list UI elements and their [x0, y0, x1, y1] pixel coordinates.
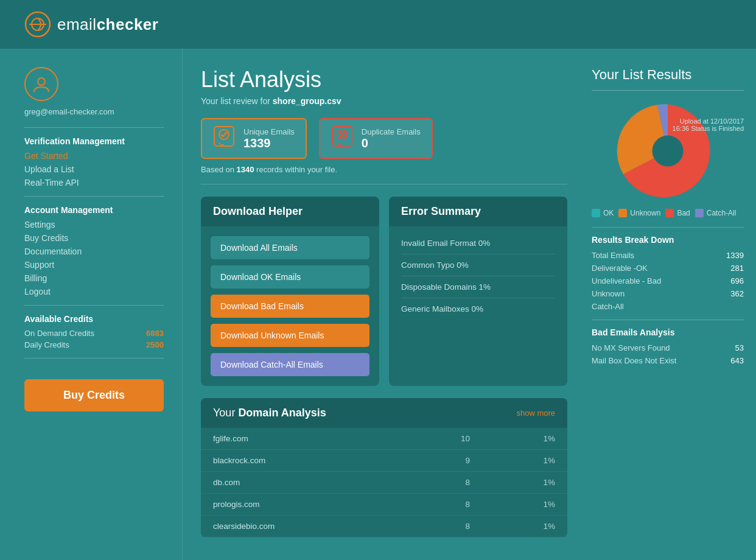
sidebar-item-documentation[interactable]: Documentation — [24, 247, 164, 256]
domain-row-1: blackrock.com91% — [201, 450, 567, 472]
divider-2 — [24, 196, 164, 197]
domain-name: db.com — [201, 472, 403, 494]
domain-percent: 1% — [482, 428, 567, 450]
domain-percent: 1% — [482, 472, 567, 494]
bad-row-0: No MX Servers Found53 — [592, 343, 744, 352]
bad-analysis-rows: No MX Servers Found53Mail Box Does Not E… — [592, 343, 744, 365]
error-icon — [331, 125, 353, 152]
svg-point-10 — [653, 136, 684, 167]
results-title: Your List Results — [592, 67, 744, 91]
subtitle-prefix: Your list review for — [201, 96, 273, 106]
catchall-dot — [695, 209, 704, 217]
breakdown-value: 362 — [730, 289, 744, 298]
breakdown-row-4: Catch-All — [592, 302, 744, 311]
logo-text: emailchecker — [57, 15, 158, 34]
daily-value: 2500 — [146, 340, 164, 349]
unique-emails-info: Unique Emails 1339 — [243, 127, 295, 150]
domain-header: Your Domain Analysis show more — [201, 398, 567, 428]
verification-section-title: Verification Management — [24, 136, 164, 146]
unique-emails-box: Unique Emails 1339 — [201, 118, 307, 159]
bad-row-1: Mail Box Does Not Exist643 — [592, 356, 744, 365]
unknown-dot — [618, 209, 627, 217]
buy-credits-button[interactable]: Buy Credits — [24, 379, 164, 411]
upload-status: 16:36 Status is Finished — [673, 125, 744, 132]
sidebar-item-realtime-api[interactable]: Real-Time API — [24, 178, 164, 187]
page-title: List Analysis — [201, 67, 567, 93]
sidebar-item-buy-credits[interactable]: Buy Credits — [24, 233, 164, 243]
upload-date: Upload at 12/10/2017 — [673, 117, 744, 125]
sidebar-item-get-started[interactable]: Get Started — [24, 151, 164, 161]
right-panel: Your List Results Upload at 12/10/2017 1… — [586, 49, 756, 560]
records-info: Based on 1340 records within your file. — [201, 165, 567, 184]
domain-count: 8 — [403, 516, 481, 537]
svg-point-3 — [38, 78, 45, 85]
credits-section: On Demand Credits 6883 Daily Credits 250… — [24, 329, 164, 349]
breakdown-label: Total Emails — [592, 251, 634, 260]
divider-4 — [24, 358, 164, 359]
daily-label: Daily Credits — [24, 340, 69, 349]
user-icon — [32, 75, 51, 93]
sidebar-item-support[interactable]: Support — [24, 260, 164, 270]
domain-count: 8 — [403, 472, 481, 494]
domain-title: Your Domain Analysis — [213, 407, 326, 419]
bad-analysis-title: Bad Emails Analysis — [592, 320, 744, 337]
breakdown-value: 281 — [730, 264, 744, 273]
legend: OK Unknown Bad Catch-All — [592, 209, 744, 217]
download-bad-btn[interactable]: Download Bad Emails — [211, 295, 369, 318]
legend-unknown-label: Unknown — [630, 209, 660, 217]
unique-emails-label: Unique Emails — [243, 127, 295, 136]
breakdown-row-3: Unknown362 — [592, 289, 744, 298]
domain-table: fglife.com101%blackrock.com91%db.com81%p… — [201, 428, 567, 537]
sidebar-item-upload-list[interactable]: Upload a List — [24, 164, 164, 174]
download-unknown-btn[interactable]: Download Unknown Emails — [211, 324, 369, 347]
filename: shore_group.csv — [273, 96, 341, 106]
domain-row-3: prologis.com81% — [201, 494, 567, 516]
error-summary-box: Error Summary Invalid Email Format 0% Co… — [389, 197, 567, 386]
checkmark-icon — [213, 125, 235, 152]
download-ok-btn[interactable]: Download OK Emails — [211, 265, 369, 289]
domain-name: clearsidebio.com — [201, 516, 403, 537]
on-demand-label: On Demand Credits — [24, 329, 94, 338]
bad-dot — [665, 209, 674, 217]
breakdown-row-1: Deliverable -OK281 — [592, 264, 744, 273]
error-item-0: Invalid Email Format 0% — [401, 233, 555, 254]
breakdown-row-0: Total Emails1339 — [592, 251, 744, 260]
breakdown-label: Deliverable -OK — [592, 264, 648, 273]
logo: emailchecker — [24, 11, 158, 38]
download-catchall-btn[interactable]: Download Catch-All Emails — [211, 353, 369, 376]
avatar — [24, 67, 58, 101]
download-all-btn[interactable]: Download All Emails — [211, 236, 369, 259]
bad-label: Mail Box Does Not Exist — [592, 356, 676, 365]
legend-unknown: Unknown — [618, 209, 660, 217]
download-buttons: Download All Emails Download OK Emails D… — [201, 226, 379, 386]
main-layout: greg@email-checker.com Verification Mana… — [0, 49, 756, 560]
sidebar-item-billing[interactable]: Billing — [24, 273, 164, 283]
on-demand-credits-row: On Demand Credits 6883 — [24, 329, 164, 338]
domain-row-2: db.com81% — [201, 472, 567, 494]
domain-name: blackrock.com — [201, 450, 403, 472]
legend-bad-label: Bad — [677, 209, 690, 217]
legend-bad: Bad — [665, 209, 690, 217]
sidebar-item-logout[interactable]: Logout — [24, 287, 164, 296]
ok-dot — [592, 209, 600, 217]
domain-count: 8 — [403, 494, 481, 516]
divider-3 — [24, 305, 164, 306]
duplicate-emails-label: Duplicate Emails — [362, 127, 421, 136]
show-more-link[interactable]: show more — [516, 408, 555, 418]
duplicate-emails-info: Duplicate Emails 0 — [362, 127, 421, 150]
breakdown-title: Results Break Down — [592, 235, 744, 245]
breakdown-value: 696 — [730, 276, 744, 285]
account-section-title: Account Management — [24, 205, 164, 215]
breakdown-label: Catch-All — [592, 302, 624, 311]
legend-ok-label: OK — [603, 209, 614, 217]
on-demand-value: 6883 — [146, 329, 164, 338]
bad-value: 53 — [735, 343, 744, 352]
pie-info: Upload at 12/10/2017 16:36 Status is Fin… — [673, 117, 744, 132]
breakdown-value: 1339 — [726, 251, 744, 260]
domain-name: fglife.com — [201, 428, 403, 450]
sidebar-item-settings[interactable]: Settings — [24, 220, 164, 229]
domain-count: 10 — [403, 428, 481, 450]
user-email: greg@email-checker.com — [24, 107, 164, 116]
helper-error-row: Download Helper Download All Emails Down… — [201, 197, 567, 386]
sidebar: greg@email-checker.com Verification Mana… — [0, 49, 183, 560]
